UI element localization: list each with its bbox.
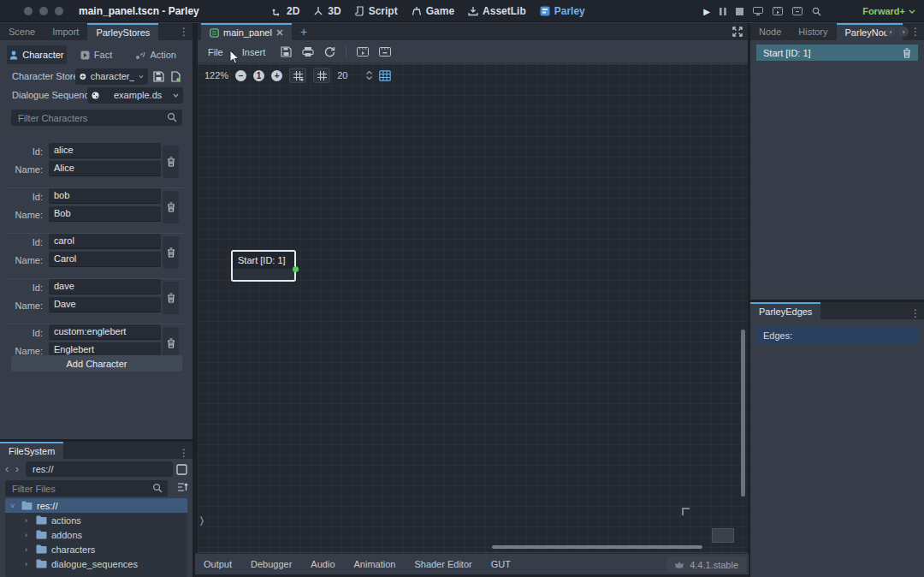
- tab-filesystem[interactable]: FileSystem: [0, 442, 63, 459]
- zoom-out-button[interactable]: −: [235, 70, 246, 81]
- character-name-field[interactable]: Carol: [49, 252, 161, 267]
- dialogue-sequence-dropdown[interactable]: example.ds: [87, 87, 183, 104]
- sort-files-icon[interactable]: [177, 482, 188, 492]
- menu-file[interactable]: File: [204, 45, 227, 59]
- renderer-selector[interactable]: Forward+: [862, 0, 915, 22]
- menu-insert[interactable]: Insert: [239, 45, 270, 59]
- arrange-nodes-icon[interactable]: [379, 70, 391, 81]
- grid-size-field[interactable]: 20: [337, 70, 347, 80]
- graph-node-start[interactable]: Start [ID: 1]: [231, 250, 296, 282]
- tree-row-res[interactable]: ˅ res://: [5, 498, 187, 513]
- horizontal-scrollbar[interactable]: [492, 545, 702, 549]
- right-dock-menu-icon[interactable]: ⋮: [910, 26, 921, 38]
- character-store-dropdown[interactable]: character_st: [75, 68, 148, 85]
- chevron-right-icon[interactable]: ›: [25, 531, 32, 539]
- workspace-3d-button[interactable]: 3D: [313, 5, 341, 17]
- scene-tab-main-panel[interactable]: main_panel: [201, 23, 292, 40]
- delete-character-button[interactable]: [163, 236, 179, 269]
- tree-row-dialogue-sequences[interactable]: › dialogue_sequences: [5, 556, 187, 571]
- graph-canvas[interactable]: 122% − 1 + 20 Start [ID: 1]: [198, 64, 748, 552]
- test-dialogue-from-node-icon[interactable]: [379, 47, 391, 57]
- tree-row-characters[interactable]: › characters: [5, 542, 187, 556]
- workspace-2d-button[interactable]: 2D: [272, 5, 299, 17]
- tab-shader-editor[interactable]: Shader Editor: [414, 559, 471, 569]
- tabs-forward-icon[interactable]: ›: [898, 27, 909, 37]
- spin-down-icon[interactable]: [366, 76, 372, 80]
- toggle-split-mode-button[interactable]: [176, 464, 187, 475]
- chevron-right-icon[interactable]: ›: [25, 560, 32, 568]
- test-dialogue-icon[interactable]: [357, 47, 369, 57]
- left-dock-menu-icon[interactable]: ⋮: [179, 26, 189, 38]
- toggle-grid-icon[interactable]: [289, 68, 306, 83]
- character-name-field[interactable]: Alice: [49, 161, 161, 176]
- tree-row-actions[interactable]: › actions: [5, 513, 187, 527]
- tab-animation[interactable]: Animation: [354, 559, 396, 569]
- delete-character-button[interactable]: [163, 146, 179, 178]
- character-id-field[interactable]: dave: [49, 279, 161, 294]
- filter-files-input[interactable]: [5, 484, 168, 494]
- refresh-icon[interactable]: [324, 46, 335, 57]
- vertical-scrollbar[interactable]: [741, 330, 745, 497]
- chevron-right-icon[interactable]: ›: [25, 545, 32, 554]
- spin-up-icon[interactable]: [366, 71, 372, 74]
- tab-audio[interactable]: Audio: [311, 559, 335, 569]
- tab-debugger[interactable]: Debugger: [251, 559, 292, 569]
- character-id-field[interactable]: custom:englebert: [49, 324, 161, 340]
- version-badge[interactable]: 4.4.1.stable: [666, 556, 746, 573]
- grid-size-stepper[interactable]: [366, 71, 372, 80]
- delete-character-button[interactable]: [163, 282, 179, 314]
- save-icon[interactable]: [281, 46, 292, 57]
- edges-header-row[interactable]: Edges:: [756, 327, 918, 343]
- window-close-button[interactable]: [24, 7, 33, 15]
- remote-debug-button[interactable]: [753, 7, 763, 15]
- tab-gut[interactable]: GUT: [491, 559, 511, 569]
- tab-import[interactable]: Import: [44, 23, 87, 40]
- new-tab-button[interactable]: +: [292, 23, 316, 40]
- workspace-script-button[interactable]: Script: [355, 5, 398, 17]
- tabs-back-icon[interactable]: ‹: [886, 27, 896, 37]
- tab-scene[interactable]: Scene: [0, 23, 44, 40]
- tree-row-addons[interactable]: › addons: [5, 527, 187, 542]
- nav-forward-icon[interactable]: ›: [15, 463, 22, 475]
- toggle-snap-icon[interactable]: [313, 68, 330, 83]
- character-name-field[interactable]: Bob: [49, 206, 161, 222]
- expand-editor-icon[interactable]: [732, 27, 743, 37]
- workspace-assetlib-button[interactable]: AssetLib: [468, 5, 526, 17]
- path-field[interactable]: res://: [26, 461, 173, 477]
- graph-minimap[interactable]: [712, 528, 734, 543]
- new-store-button[interactable]: [170, 71, 181, 82]
- delete-node-button[interactable]: [903, 48, 911, 58]
- add-character-button[interactable]: Add Character: [11, 355, 182, 372]
- nav-back-icon[interactable]: ‹: [5, 463, 12, 475]
- chevron-down-icon[interactable]: ˅: [10, 502, 17, 510]
- print-icon[interactable]: [302, 46, 314, 57]
- window-minimize-button[interactable]: [39, 7, 48, 15]
- character-name-field[interactable]: Dave: [49, 297, 161, 312]
- pause-button[interactable]: [720, 8, 726, 15]
- tab-action[interactable]: Action: [126, 45, 186, 64]
- filter-characters-input[interactable]: [11, 113, 182, 123]
- delete-character-button[interactable]: [163, 191, 179, 223]
- workspace-parley-button[interactable]: Parley: [540, 5, 585, 17]
- tab-node[interactable]: Node: [750, 23, 790, 40]
- zoom-in-button[interactable]: +: [271, 70, 282, 81]
- character-id-field[interactable]: alice: [49, 143, 161, 158]
- node-output-port[interactable]: [293, 266, 299, 272]
- tab-character[interactable]: Character: [7, 45, 67, 64]
- play-button[interactable]: ▶: [703, 7, 710, 16]
- movie-mode-button[interactable]: [812, 7, 821, 16]
- tab-fact[interactable]: Fact: [67, 45, 127, 64]
- parleyedges-menu-icon[interactable]: ⋮: [910, 307, 921, 319]
- tab-history[interactable]: History: [790, 23, 836, 40]
- parleynode-selected-row[interactable]: Start [ID: 1]: [756, 45, 918, 61]
- character-id-field[interactable]: bob: [49, 188, 161, 204]
- filesystem-menu-icon[interactable]: ⋮: [179, 447, 189, 459]
- stop-button[interactable]: [736, 8, 743, 15]
- tab-output[interactable]: Output: [204, 559, 232, 569]
- tab-parleystores[interactable]: ParleyStores: [87, 23, 158, 40]
- play-scene-button[interactable]: [773, 7, 783, 15]
- character-id-field[interactable]: carol: [49, 234, 161, 249]
- zoom-reset-button[interactable]: 1: [253, 70, 264, 81]
- tab-parleyedges[interactable]: ParleyEdges: [750, 302, 820, 319]
- workspace-game-button[interactable]: Game: [412, 5, 454, 17]
